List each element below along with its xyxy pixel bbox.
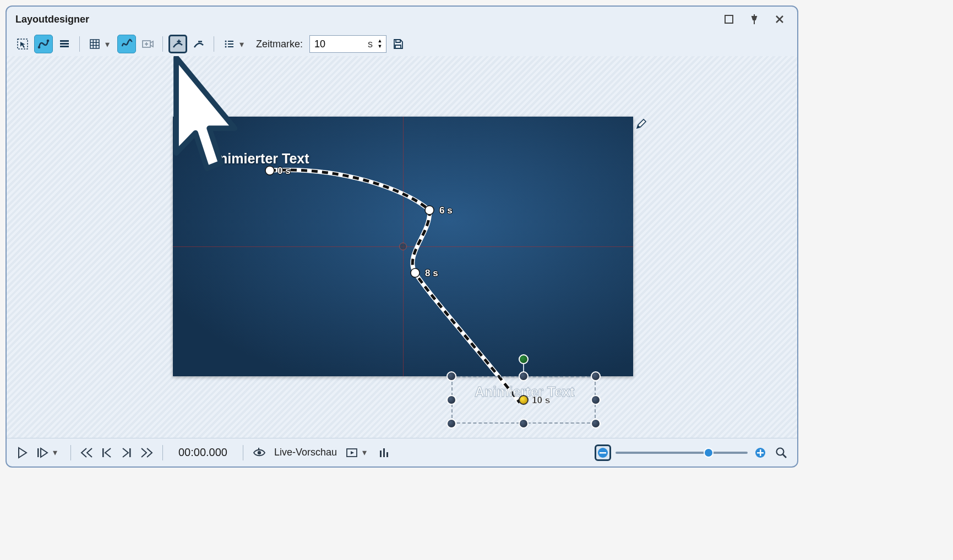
preview-window-icon bbox=[346, 447, 358, 458]
forward-button[interactable] bbox=[138, 444, 155, 461]
svg-rect-18 bbox=[102, 448, 104, 457]
layers-tool-button[interactable] bbox=[55, 35, 74, 53]
resize-handle[interactable] bbox=[591, 371, 601, 381]
svg-point-10 bbox=[225, 43, 227, 45]
zoom-fit-button[interactable] bbox=[773, 444, 789, 461]
live-preview-eye-button[interactable] bbox=[251, 444, 268, 461]
grid-dropdown[interactable]: ▾ bbox=[105, 39, 113, 50]
stage[interactable]: Animierter Text 0 s 6 s 8 s bbox=[173, 117, 633, 376]
rotation-handle[interactable] bbox=[519, 354, 529, 364]
svg-rect-17 bbox=[37, 448, 39, 457]
svg-point-15 bbox=[425, 206, 434, 215]
add-path-point-button[interactable] bbox=[168, 35, 187, 53]
footer: ▾ 00:00.000 Live-Vorschau ▾ bbox=[7, 438, 797, 466]
prev-frame-button[interactable] bbox=[99, 444, 115, 461]
keyframe-camera-button[interactable] bbox=[138, 35, 157, 53]
play-button[interactable] bbox=[14, 444, 31, 461]
rewind-button[interactable] bbox=[79, 444, 95, 461]
remove-node-icon bbox=[192, 37, 205, 51]
zoom-out-icon bbox=[597, 447, 609, 459]
zoom-slider[interactable] bbox=[616, 452, 748, 454]
window-title: Layoutdesigner bbox=[15, 14, 712, 25]
selection-box[interactable]: Animierter Text 10 s bbox=[451, 376, 596, 424]
time-input[interactable]: 10 s ▲ ▼ bbox=[309, 35, 386, 53]
marquee-select-icon bbox=[16, 37, 29, 51]
svg-rect-6 bbox=[60, 46, 69, 47]
equalizer-button[interactable] bbox=[375, 444, 392, 461]
svg-rect-30 bbox=[760, 449, 761, 456]
time-spin-down[interactable]: ▼ bbox=[376, 44, 384, 50]
grid-icon bbox=[89, 38, 101, 50]
remove-path-point-button[interactable] bbox=[189, 35, 208, 53]
time-label: Zeitmarke: bbox=[256, 39, 303, 50]
next-frame-button[interactable] bbox=[118, 444, 135, 461]
resize-handle[interactable] bbox=[446, 395, 456, 405]
toolbar-separator bbox=[214, 36, 214, 52]
keyframe-marker[interactable] bbox=[519, 395, 529, 405]
selection-tool-button[interactable] bbox=[13, 35, 32, 53]
path-node-label-0: 0 s bbox=[277, 166, 291, 176]
save-button[interactable] bbox=[389, 35, 407, 53]
add-node-icon bbox=[171, 37, 184, 51]
toolbar-separator bbox=[162, 36, 163, 52]
svg-point-12 bbox=[225, 46, 227, 48]
path-node-label-10: 10 s bbox=[532, 395, 550, 406]
preview-window-button[interactable] bbox=[344, 444, 360, 461]
svg-point-14 bbox=[265, 166, 274, 175]
svg-rect-19 bbox=[129, 448, 131, 457]
resize-handle[interactable] bbox=[591, 395, 601, 405]
resize-handle[interactable] bbox=[519, 419, 529, 429]
list-button[interactable] bbox=[220, 35, 238, 53]
resize-handle[interactable] bbox=[446, 419, 456, 429]
list-dropdown[interactable]: ▾ bbox=[239, 39, 247, 50]
footer-separator bbox=[162, 445, 163, 460]
footer-separator bbox=[243, 445, 243, 460]
zoom-in-button[interactable] bbox=[752, 444, 769, 461]
live-preview-label: Live-Vorschau bbox=[274, 447, 337, 458]
svg-rect-23 bbox=[380, 451, 382, 457]
zoom-in-icon bbox=[754, 447, 766, 459]
pin-button[interactable] bbox=[745, 10, 763, 28]
svg-point-2 bbox=[38, 46, 41, 49]
close-button[interactable] bbox=[771, 10, 788, 28]
time-unit: s bbox=[368, 39, 373, 50]
layers-icon bbox=[58, 38, 70, 50]
svg-rect-11 bbox=[228, 43, 233, 45]
svg-rect-4 bbox=[60, 40, 69, 42]
svg-point-31 bbox=[777, 448, 784, 455]
zoom-out-button[interactable] bbox=[595, 444, 611, 461]
toolbar: ▾ ▾ Zeitmarke: 10 s ▲ ▼ bbox=[7, 32, 797, 56]
svg-point-20 bbox=[258, 451, 261, 454]
footer-separator bbox=[70, 445, 71, 460]
grid-button[interactable] bbox=[85, 35, 104, 53]
canvas-area[interactable]: Animierter Text 0 s 6 s 8 s Animierter T… bbox=[7, 56, 797, 438]
svg-point-8 bbox=[225, 41, 227, 42]
svg-rect-0 bbox=[725, 15, 733, 23]
freehand-icon bbox=[120, 37, 133, 51]
play-dropdown[interactable]: ▾ bbox=[53, 447, 61, 458]
path-node-label-6: 6 s bbox=[439, 205, 453, 216]
svg-rect-9 bbox=[228, 41, 233, 42]
svg-point-3 bbox=[47, 40, 50, 42]
play-from-button[interactable] bbox=[34, 444, 51, 461]
layout-designer-window: Layoutdesigner ▾ bbox=[6, 6, 798, 468]
resize-handle[interactable] bbox=[591, 419, 601, 429]
maximize-button[interactable] bbox=[720, 10, 738, 28]
zoom-thumb[interactable] bbox=[704, 448, 714, 458]
freehand-tool-button[interactable] bbox=[117, 35, 136, 53]
svg-point-16 bbox=[411, 268, 420, 277]
svg-rect-21 bbox=[258, 448, 259, 450]
zoom-group bbox=[595, 444, 789, 461]
sliders-icon bbox=[378, 447, 389, 459]
path-tool-button[interactable] bbox=[34, 35, 53, 53]
resize-handle[interactable] bbox=[519, 371, 529, 381]
resize-handle[interactable] bbox=[446, 371, 456, 381]
pencil-icon[interactable] bbox=[635, 118, 647, 130]
time-value[interactable]: 10 bbox=[314, 39, 368, 50]
eye-icon bbox=[253, 447, 266, 458]
svg-rect-5 bbox=[60, 43, 69, 45]
path-node-label-8: 8 s bbox=[425, 268, 438, 278]
animated-text-start[interactable]: Animierter Text bbox=[209, 151, 309, 167]
preview-dropdown[interactable]: ▾ bbox=[362, 447, 370, 458]
toolbar-separator bbox=[79, 36, 80, 52]
